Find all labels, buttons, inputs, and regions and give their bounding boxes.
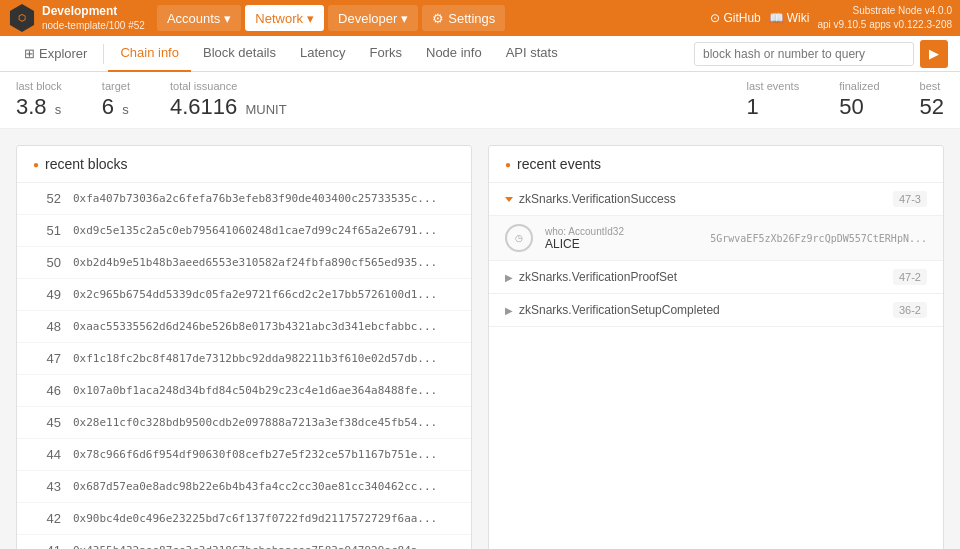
accounts-button[interactable]: Accounts ▾ bbox=[157, 5, 241, 31]
table-row[interactable]: 45 0x28e11cf0c328bdb9500cdb2e097888a7213… bbox=[17, 407, 471, 439]
stat-target: target 6 s bbox=[102, 80, 130, 120]
block-hash: 0xb2d4b9e51b48b3aeed6553e310582af24fbfa8… bbox=[73, 256, 437, 269]
status-dot: ● bbox=[505, 159, 511, 170]
stats-right: last events 1 finalized 50 best 52 bbox=[747, 80, 944, 120]
event-badge: 36-2 bbox=[893, 302, 927, 318]
block-hash: 0xaac55335562d6d246be526b8e0173b4321abc3… bbox=[73, 320, 437, 333]
logo-text: Development node-template/100 #52 bbox=[42, 4, 145, 33]
events-panel-title: recent events bbox=[517, 156, 601, 172]
block-number: 52 bbox=[33, 191, 61, 206]
version-info: Substrate Node v4.0.0 api v9.10.5 apps v… bbox=[817, 4, 952, 32]
block-number: 45 bbox=[33, 415, 61, 430]
blocks-list: 52 0xfa407b73036a2c6fefa76b3efeb83f90de4… bbox=[17, 183, 471, 549]
event-name: zkSnarks.VerificationSetupCompleted bbox=[519, 303, 893, 317]
event-who-label: who: AccountId32 bbox=[545, 226, 698, 237]
tab-latency[interactable]: Latency bbox=[288, 36, 358, 72]
chevron-right-icon: ▶ bbox=[505, 272, 513, 283]
stat-best: best 52 bbox=[920, 80, 944, 120]
table-row[interactable]: 51 0xd9c5e135c2a5c0eb795641060248d1cae7d… bbox=[17, 215, 471, 247]
table-row[interactable]: 43 0x687d57ea0e8adc98b22e6b4b43fa4cc2cc3… bbox=[17, 471, 471, 503]
block-number: 44 bbox=[33, 447, 61, 462]
block-hash: 0x4355b432aee87ce3c3d31867bcbebaacee7583… bbox=[73, 544, 437, 549]
top-nav: ⬡ Development node-template/100 #52 Acco… bbox=[0, 0, 960, 36]
search-area: ▶ bbox=[694, 40, 948, 68]
logo-area[interactable]: ⬡ Development node-template/100 #52 bbox=[8, 4, 145, 33]
list-item: zkSnarks.VerificationSuccess47-3 ◷ who: … bbox=[489, 183, 943, 261]
table-row[interactable]: 42 0x90bc4de0c496e23225bd7c6f137f0722fd9… bbox=[17, 503, 471, 535]
block-hash: 0xfa407b73036a2c6fefa76b3efeb83f90de4034… bbox=[73, 192, 437, 205]
divider bbox=[103, 44, 104, 64]
main-content: ● recent blocks 52 0xfa407b73036a2c6fefa… bbox=[0, 129, 960, 549]
tab-api-stats[interactable]: API stats bbox=[494, 36, 570, 72]
table-row[interactable]: 50 0xb2d4b9e51b48b3aeed6553e310582af24fb… bbox=[17, 247, 471, 279]
block-number: 46 bbox=[33, 383, 61, 398]
table-row[interactable]: 41 0x4355b432aee87ce3c3d31867bcbebaacee7… bbox=[17, 535, 471, 549]
event-address: 5GrwvaEF5zXb26Fz9rcQpDW557CtERHpN... bbox=[710, 233, 927, 244]
event-badge: 47-3 bbox=[893, 191, 927, 207]
settings-button[interactable]: ⚙ Settings bbox=[422, 5, 505, 31]
chevron-down-icon bbox=[505, 197, 513, 202]
blocks-panel-header: ● recent blocks bbox=[17, 146, 471, 183]
chevron-down-icon: ▾ bbox=[307, 11, 314, 26]
chevron-right-icon: ▶ bbox=[505, 305, 513, 316]
stats-bar: last block 3.8 s target 6 s total issuan… bbox=[0, 72, 960, 129]
developer-button[interactable]: Developer ▾ bbox=[328, 5, 418, 31]
nav-right: ⊙ GitHub 📖 Wiki Substrate Node v4.0.0 ap… bbox=[710, 4, 952, 32]
event-name: zkSnarks.VerificationSuccess bbox=[519, 192, 893, 206]
block-number: 49 bbox=[33, 287, 61, 302]
events-list: zkSnarks.VerificationSuccess47-3 ◷ who: … bbox=[489, 183, 943, 327]
table-row[interactable]: 49 0x2c965b6754dd5339dc05fa2e9721f66cd2c… bbox=[17, 279, 471, 311]
network-button[interactable]: Network ▾ bbox=[245, 5, 324, 31]
status-dot: ● bbox=[33, 159, 39, 170]
logo-icon: ⬡ bbox=[8, 4, 36, 32]
block-number: 50 bbox=[33, 255, 61, 270]
table-row[interactable]: 52 0xfa407b73036a2c6fefa76b3efeb83f90de4… bbox=[17, 183, 471, 215]
event-row[interactable]: zkSnarks.VerificationSuccess47-3 bbox=[489, 183, 943, 215]
search-button[interactable]: ▶ bbox=[920, 40, 948, 68]
block-number: 48 bbox=[33, 319, 61, 334]
chevron-down-icon: ▾ bbox=[224, 11, 231, 26]
event-row[interactable]: ▶zkSnarks.VerificationSetupCompleted36-2 bbox=[489, 294, 943, 326]
arrow-right-icon: ▶ bbox=[929, 46, 939, 61]
tab-forks[interactable]: Forks bbox=[358, 36, 415, 72]
block-hash: 0xd9c5e135c2a5c0eb795641060248d1cae7d99c… bbox=[73, 224, 437, 237]
blocks-panel-title: recent blocks bbox=[45, 156, 127, 172]
block-hash: 0x90bc4de0c496e23225bd7c6f137f0722fd9d21… bbox=[73, 512, 437, 525]
stat-last-block: last block 3.8 s bbox=[16, 80, 62, 120]
wiki-link[interactable]: 📖 Wiki bbox=[769, 11, 810, 25]
block-hash: 0xf1c18fc2bc8f4817de7312bbc92dda982211b3… bbox=[73, 352, 437, 365]
table-row[interactable]: 46 0x107a0bf1aca248d34bfd84c504b29c23c4e… bbox=[17, 375, 471, 407]
search-input[interactable] bbox=[694, 42, 914, 66]
list-item: ▶zkSnarks.VerificationProofSet47-2 bbox=[489, 261, 943, 294]
gear-icon: ⚙ bbox=[432, 11, 444, 26]
block-number: 42 bbox=[33, 511, 61, 526]
github-icon: ⊙ bbox=[710, 11, 720, 25]
block-number: 51 bbox=[33, 223, 61, 238]
node-label: node-template/100 #52 bbox=[42, 19, 145, 32]
list-item: ▶zkSnarks.VerificationSetupCompleted36-2 bbox=[489, 294, 943, 327]
event-row[interactable]: ▶zkSnarks.VerificationProofSet47-2 bbox=[489, 261, 943, 293]
github-link[interactable]: ⊙ GitHub bbox=[710, 11, 760, 25]
events-panel-header: ● recent events bbox=[489, 146, 943, 183]
block-hash: 0x78c966f6d6f954df90630f08cefb27e5f232ce… bbox=[73, 448, 437, 461]
block-number: 43 bbox=[33, 479, 61, 494]
stat-finalized: finalized 50 bbox=[839, 80, 879, 120]
tab-explorer[interactable]: ⊞ Explorer bbox=[12, 38, 99, 69]
avatar: ◷ bbox=[505, 224, 533, 252]
table-row[interactable]: 48 0xaac55335562d6d246be526b8e0173b4321a… bbox=[17, 311, 471, 343]
tab-node-info[interactable]: Node info bbox=[414, 36, 494, 72]
table-row[interactable]: 44 0x78c966f6d6f954df90630f08cefb27e5f23… bbox=[17, 439, 471, 471]
sub-nav: ⊞ Explorer Chain info Block details Late… bbox=[0, 36, 960, 72]
wiki-icon: 📖 bbox=[769, 11, 784, 25]
stat-total-issuance: total issuance 4.6116 MUNIT bbox=[170, 80, 287, 120]
event-alice-label: ALICE bbox=[545, 237, 698, 251]
block-number: 41 bbox=[33, 543, 61, 549]
tab-block-details[interactable]: Block details bbox=[191, 36, 288, 72]
tab-chain-info[interactable]: Chain info bbox=[108, 36, 191, 72]
grid-icon: ⊞ bbox=[24, 46, 35, 61]
table-row[interactable]: 47 0xf1c18fc2bc8f4817de7312bbc92dda98221… bbox=[17, 343, 471, 375]
event-name: zkSnarks.VerificationProofSet bbox=[519, 270, 893, 284]
event-badge: 47-2 bbox=[893, 269, 927, 285]
blocks-panel: ● recent blocks 52 0xfa407b73036a2c6fefa… bbox=[16, 145, 472, 549]
block-hash: 0x107a0bf1aca248d34bfd84c504b29c23c4e1d6… bbox=[73, 384, 437, 397]
